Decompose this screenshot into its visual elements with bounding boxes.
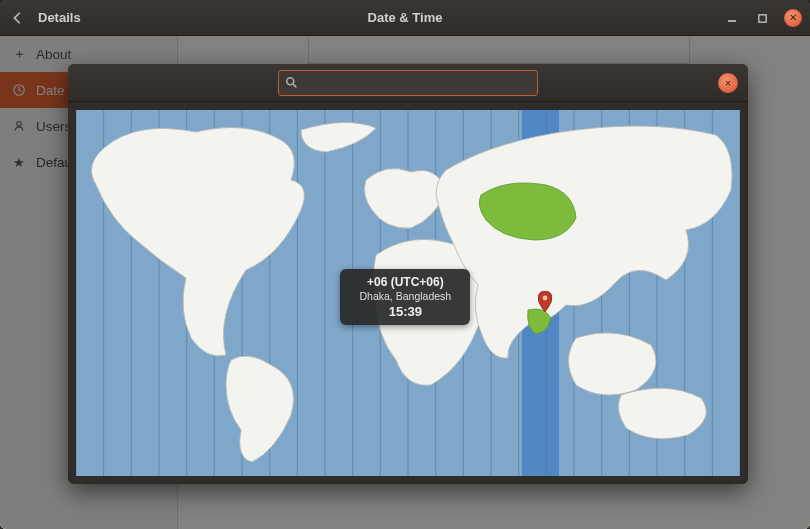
titlebar: Details Date & Time ✕: [0, 0, 810, 36]
timezone-map[interactable]: +06 (UTC+06) Dhaka, Bangladesh 15:39: [76, 110, 740, 476]
svg-point-4: [287, 78, 294, 85]
window-controls: ✕: [724, 0, 802, 36]
timezone-tooltip: +06 (UTC+06) Dhaka, Bangladesh 15:39: [340, 269, 470, 325]
search-icon: [285, 76, 298, 89]
settings-window: Details Date & Time ✕ ＋ About Date & Tim…: [0, 0, 810, 529]
svg-rect-1: [758, 14, 765, 21]
chevron-left-icon: [11, 11, 25, 25]
section-title: Details: [38, 10, 81, 25]
tooltip-city: Dhaka, Bangladesh: [344, 290, 466, 302]
search-input[interactable]: [304, 76, 531, 90]
search-field-wrap[interactable]: [278, 70, 538, 96]
svg-point-33: [542, 296, 547, 301]
timezone-dialog: ×: [68, 64, 748, 484]
maximize-button[interactable]: [754, 10, 770, 26]
minimize-button[interactable]: [724, 10, 740, 26]
back-button[interactable]: [0, 0, 36, 36]
map-container: +06 (UTC+06) Dhaka, Bangladesh 15:39: [68, 102, 748, 484]
tooltip-offset: +06 (UTC+06): [344, 275, 466, 289]
close-button[interactable]: ✕: [784, 9, 802, 27]
close-icon: ✕: [789, 12, 797, 23]
close-icon: ×: [725, 77, 731, 89]
svg-line-5: [293, 84, 296, 87]
maximize-icon: [757, 13, 768, 24]
dialog-close-button[interactable]: ×: [718, 73, 738, 93]
dialog-header: ×: [68, 64, 748, 102]
tooltip-time: 15:39: [344, 304, 466, 319]
pin-icon: [538, 291, 552, 313]
location-pin: [538, 291, 552, 313]
page-title: Date & Time: [368, 10, 443, 25]
minimize-icon: [726, 12, 738, 24]
